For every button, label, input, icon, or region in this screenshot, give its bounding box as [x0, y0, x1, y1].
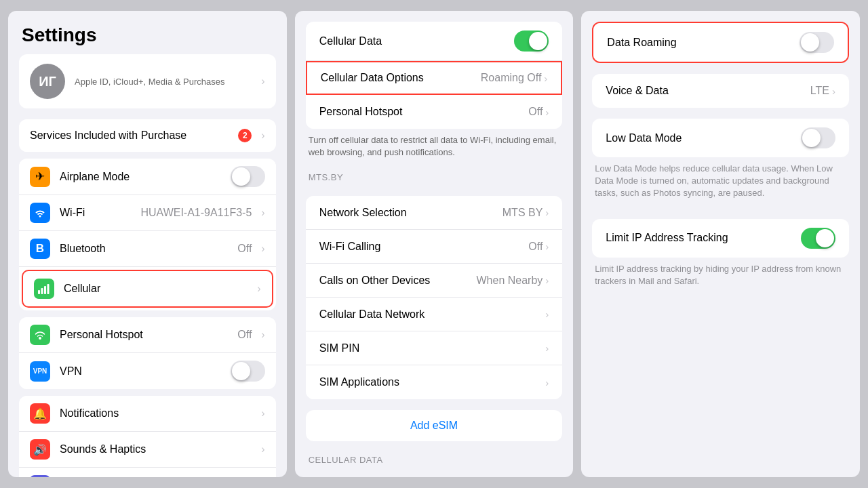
svg-rect-2 [44, 286, 46, 294]
limit-ip-description: Limit IP address tracking by hiding your… [581, 258, 860, 296]
notifications-group: 🔔 Notifications › 🔊 Sounds & Haptics › 🌙… [19, 396, 276, 477]
data-roaming-row[interactable]: Data Roaming [593, 23, 848, 62]
limit-ip-row[interactable]: Limit IP Address Tracking [592, 219, 849, 258]
mts-section-label: MTS.BY [295, 167, 574, 185]
sounds-row[interactable]: 🔊 Sounds & Haptics › [19, 432, 276, 468]
cellular-description: Turn off cellular data to restrict all d… [295, 129, 574, 167]
sim-apps-chevron: › [545, 377, 549, 388]
notifications-row[interactable]: 🔔 Notifications › [19, 396, 276, 432]
settings-title: Settings [8, 11, 287, 54]
add-esim-button[interactable]: Add eSIM [306, 410, 563, 441]
hotspot-vpn-group: Personal Hotspot Off › VPN VPN [19, 317, 276, 389]
data-roaming-group: Data Roaming [592, 22, 849, 63]
cellular-data-options-panel: Data Roaming Voice & Data LTE › Low Data… [581, 11, 860, 477]
voice-data-group: Voice & Data LTE › [592, 74, 849, 108]
bluetooth-row[interactable]: B Bluetooth Off › [19, 231, 276, 267]
wifi-calling-chevron: › [545, 241, 549, 252]
network-selection-row[interactable]: Network Selection MTS BY › [306, 196, 563, 230]
notifications-chevron: › [261, 407, 264, 420]
personal-hotspot-row[interactable]: Personal Hotspot Off › [19, 317, 276, 353]
sounds-chevron: › [261, 443, 264, 455]
sim-applications-row[interactable]: SIM Applications › [306, 365, 563, 399]
hotspot-chevron: › [261, 329, 264, 341]
airplane-mode-row[interactable]: ✈ Airplane Mode [19, 159, 276, 195]
cellular-chevron: › [257, 283, 260, 295]
calls-other-devices-row[interactable]: Calls on Other Devices When Nearby › [306, 264, 563, 298]
low-data-mode-row[interactable]: Low Data Mode [592, 119, 849, 157]
wifi-chevron: › [261, 207, 264, 219]
cellular-icon [34, 279, 54, 299]
services-group: Services Included with Purchase 2 › [19, 119, 276, 152]
wifi-calling-row[interactable]: Wi-Fi Calling Off › [306, 230, 563, 264]
data-roaming-toggle[interactable] [800, 32, 834, 53]
avatar: ИГ [30, 64, 65, 99]
airplane-icon: ✈ [30, 167, 50, 187]
low-data-group: Low Data Mode [592, 119, 849, 157]
svg-rect-1 [41, 288, 43, 294]
voice-data-row[interactable]: Voice & Data LTE › [592, 74, 849, 108]
low-data-description: Low Data Mode helps reduce cellular data… [581, 157, 860, 208]
p2-personal-hotspot-row[interactable]: Personal Hotspot Off › [306, 95, 563, 129]
svg-point-4 [39, 337, 41, 340]
wifi-icon [30, 203, 50, 223]
mts-group: Network Selection MTS BY › Wi-Fi Calling… [306, 196, 563, 399]
services-chevron: › [261, 129, 264, 142]
cellular-data-options-row[interactable]: Cellular Data Options Roaming Off › [306, 61, 563, 95]
cellular-data-section-label: CELLULAR DATA [295, 449, 574, 468]
hotspot-icon [30, 325, 50, 345]
cellular-top-group: Cellular Data Cellular Data Options Roam… [306, 22, 563, 129]
p2-hotspot-chevron: › [545, 106, 549, 118]
bluetooth-icon: B [30, 239, 50, 259]
focus-row[interactable]: 🌙 Focus › [19, 468, 276, 477]
svg-rect-0 [38, 290, 40, 294]
cellular-row[interactable]: Cellular › [22, 270, 273, 308]
low-data-toggle[interactable] [801, 127, 835, 148]
services-row[interactable]: Services Included with Purchase 2 › [19, 119, 276, 152]
voice-data-chevron: › [832, 85, 835, 97]
sim-pin-chevron: › [545, 342, 549, 354]
cellular-options-chevron: › [544, 73, 547, 84]
connectivity-group: ✈ Airplane Mode Wi-Fi HUAWEI-A1-9A11F3-5… [19, 159, 276, 310]
sim-pin-row[interactable]: SIM PIN › [306, 331, 563, 365]
focus-icon: 🌙 [30, 475, 50, 477]
vpn-row[interactable]: VPN VPN [19, 353, 276, 389]
profile-info: Apple ID, iCloud+, Media & Purchases [75, 77, 252, 87]
limit-ip-group: Limit IP Address Tracking [592, 219, 849, 258]
cdn-chevron: › [545, 308, 549, 320]
vpn-toggle[interactable] [231, 361, 265, 382]
calls-other-chevron: › [545, 274, 549, 286]
airplane-toggle[interactable] [231, 166, 265, 187]
bluetooth-chevron: › [261, 243, 264, 255]
svg-rect-3 [47, 284, 50, 294]
cellular-data-toggle[interactable] [514, 30, 549, 52]
network-selection-chevron: › [545, 207, 549, 218]
notifications-icon: 🔔 [30, 403, 50, 424]
cellular-panel: Cellular Data Cellular Data Options Roam… [295, 11, 574, 477]
cellular-data-row[interactable]: Cellular Data [306, 22, 563, 61]
profile-chevron: › [261, 75, 264, 87]
limit-ip-toggle[interactable] [801, 228, 835, 249]
settings-panel: Settings ИГ Apple ID, iCloud+, Media & P… [8, 11, 287, 477]
cellular-data-network-row[interactable]: Cellular Data Network › [306, 298, 563, 331]
profile-row[interactable]: ИГ Apple ID, iCloud+, Media & Purchases … [19, 54, 276, 108]
vpn-icon: VPN [30, 361, 50, 382]
wifi-row[interactable]: Wi-Fi HUAWEI-A1-9A11F3-5 › [19, 195, 276, 231]
sounds-icon: 🔊 [30, 439, 50, 460]
